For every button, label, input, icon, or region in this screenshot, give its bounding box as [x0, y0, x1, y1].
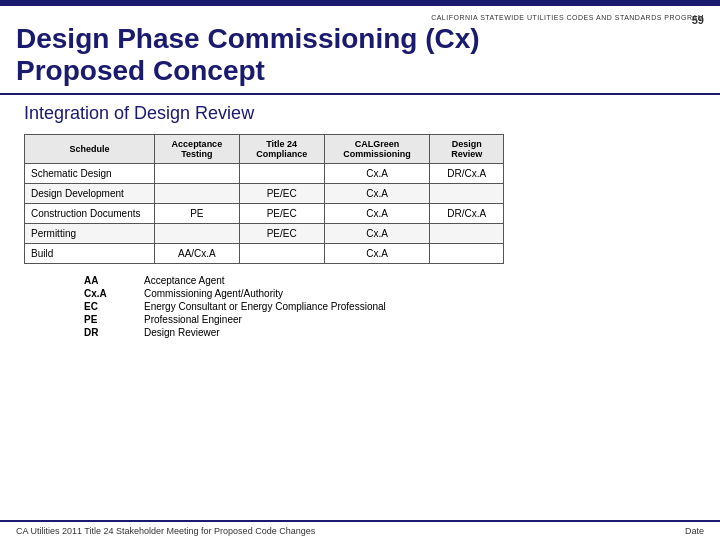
table-cell: Permitting: [25, 224, 155, 244]
legend-abbr: PE: [84, 313, 144, 326]
col-header-calgreen: CALGreen Commissioning: [324, 135, 430, 164]
table-cell: [155, 224, 240, 244]
table-row: BuildAA/Cx.ACx.A: [25, 244, 504, 264]
header-area: CALIFORNIA STATEWIDE UTILITIES CODES AND…: [0, 6, 720, 95]
ca-label: CALIFORNIA STATEWIDE UTILITIES CODES AND…: [16, 14, 704, 21]
table-cell: DR/Cx.A: [430, 164, 504, 184]
legend-row: ECEnergy Consultant or Energy Compliance…: [84, 300, 394, 313]
table-row: Construction DocumentsPEPE/ECCx.ADR/Cx.A: [25, 204, 504, 224]
section-title: Integration of Design Review: [24, 103, 696, 124]
table-row: Design DevelopmentPE/ECCx.A: [25, 184, 504, 204]
table-cell: Cx.A: [324, 224, 430, 244]
slide-number: 59: [692, 14, 704, 26]
content-area: Integration of Design Review Schedule Ac…: [0, 95, 720, 353]
table-cell: [430, 244, 504, 264]
table-cell: [155, 164, 240, 184]
legend-abbr: EC: [84, 300, 144, 313]
table-cell: Design Development: [25, 184, 155, 204]
legend-definition: Energy Consultant or Energy Compliance P…: [144, 300, 394, 313]
legend-definition: Design Reviewer: [144, 326, 394, 339]
table-cell: [430, 224, 504, 244]
table-cell: AA/Cx.A: [155, 244, 240, 264]
table-cell: Construction Documents: [25, 204, 155, 224]
legend-definition: Acceptance Agent: [144, 274, 394, 287]
table-row: PermittingPE/ECCx.A: [25, 224, 504, 244]
table-cell: [239, 164, 324, 184]
legend-definition: Professional Engineer: [144, 313, 394, 326]
col-header-title24: Title 24 Compliance: [239, 135, 324, 164]
footer-left: CA Utilities 2011 Title 24 Stakeholder M…: [16, 526, 315, 536]
table-cell: Cx.A: [324, 164, 430, 184]
legend-definition: Commissioning Agent/Authority: [144, 287, 394, 300]
table-cell: [430, 184, 504, 204]
table-cell: [155, 184, 240, 204]
legend-abbr: Cx.A: [84, 287, 144, 300]
table-cell: PE: [155, 204, 240, 224]
table-cell: PE/EC: [239, 224, 324, 244]
legend-row: PEProfessional Engineer: [84, 313, 394, 326]
legend-abbr: DR: [84, 326, 144, 339]
col-header-design: Design Review: [430, 135, 504, 164]
table-cell: PE/EC: [239, 204, 324, 224]
main-title: Design Phase Commissioning (Cx) Proposed…: [16, 23, 704, 87]
col-header-acceptance: Acceptance Testing: [155, 135, 240, 164]
col-header-schedule: Schedule: [25, 135, 155, 164]
legend-row: DRDesign Reviewer: [84, 326, 394, 339]
legend-abbr: AA: [84, 274, 144, 287]
table-cell: [239, 244, 324, 264]
table-cell: Cx.A: [324, 204, 430, 224]
legend-row: Cx.ACommissioning Agent/Authority: [84, 287, 394, 300]
footer-right: Date: [685, 526, 704, 536]
table-cell: Cx.A: [324, 184, 430, 204]
table-header-row: Schedule Acceptance Testing Title 24 Com…: [25, 135, 504, 164]
table-cell: DR/Cx.A: [430, 204, 504, 224]
footer: CA Utilities 2011 Title 24 Stakeholder M…: [0, 520, 720, 540]
table-container: Schedule Acceptance Testing Title 24 Com…: [24, 134, 696, 264]
legend-row: AAAcceptance Agent: [84, 274, 394, 287]
table-row: Schematic DesignCx.ADR/Cx.A: [25, 164, 504, 184]
table-cell: PE/EC: [239, 184, 324, 204]
legend-table: AAAcceptance AgentCx.ACommissioning Agen…: [84, 274, 394, 339]
table-cell: Build: [25, 244, 155, 264]
table-cell: Schematic Design: [25, 164, 155, 184]
table-cell: Cx.A: [324, 244, 430, 264]
main-table: Schedule Acceptance Testing Title 24 Com…: [24, 134, 504, 264]
